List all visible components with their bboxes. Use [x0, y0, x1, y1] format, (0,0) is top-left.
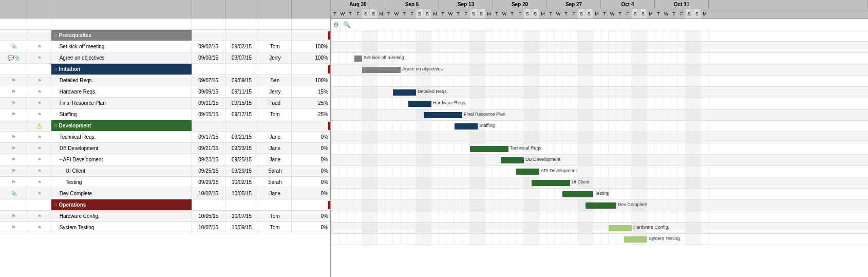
- expand-icon[interactable]: □: [54, 33, 57, 38]
- day-label: T: [493, 9, 501, 19]
- table-row: 📎 ⚑ Set kick-off meeting 09/02/15 09/02/…: [0, 41, 330, 52]
- day-label: F: [462, 9, 470, 19]
- flag-icon: ⚑: [11, 179, 16, 185]
- gantt-bar[interactable]: Hardware Reqs.: [408, 101, 431, 107]
- gantt-bar[interactable]: Detailed Reqs.: [393, 89, 416, 96]
- day-label: M: [701, 9, 709, 19]
- day-label: W: [339, 9, 347, 19]
- header-pct: [292, 0, 330, 18]
- cell-at-risk: ⚑: [28, 143, 51, 154]
- cell-icons: ⚑: [0, 75, 28, 86]
- flag-icon: ⚑: [11, 78, 16, 83]
- expand-icon[interactable]: □: [54, 202, 57, 207]
- day-label: S: [424, 9, 431, 19]
- gantt-bar[interactable]: API Development: [516, 169, 539, 175]
- cell-end-date: 09/15/15: [225, 98, 259, 108]
- cell-end: [225, 19, 259, 29]
- gantt-body: Set kick-off meetingAgree on objectivesD…: [331, 30, 868, 277]
- day-label: T: [547, 9, 555, 19]
- cell-icons: 📎: [0, 41, 28, 52]
- cell-pct: [292, 120, 330, 131]
- cell-pct-complete: 0%: [292, 211, 330, 221]
- gantt-row: API Development: [331, 166, 868, 177]
- bar-label: Technical Reqs.: [510, 145, 543, 151]
- cell-task-name: Detailed Reqs.: [51, 75, 192, 86]
- cell-task-name: Staffing: [51, 109, 192, 120]
- gantt-bar[interactable]: UI Client: [532, 180, 570, 186]
- gantt-bar[interactable]: System Testing: [624, 236, 647, 243]
- bar-label: Staffing: [479, 123, 495, 128]
- gantt-row: Final Resource Plan: [331, 109, 868, 121]
- header-assigned: [258, 0, 292, 18]
- expand-icon[interactable]: □: [54, 123, 57, 128]
- search-icon[interactable]: 🔍: [343, 21, 351, 28]
- cell-task-name: UI Client: [51, 165, 192, 176]
- flag-icon: ⚑: [11, 157, 16, 162]
- gantt-bar[interactable]: DB Development: [501, 157, 524, 163]
- cell-start: [192, 199, 225, 210]
- cell-start-date: 09/21/15: [192, 143, 225, 154]
- cell-assigned-to: Tom: [258, 41, 292, 52]
- day-label: W: [501, 9, 508, 19]
- gantt-row: Set kick-off meeting: [331, 53, 868, 64]
- gantt-bar[interactable]: Set kick-off meeting: [354, 56, 362, 62]
- bar-label: Detailed Reqs.: [418, 89, 448, 94]
- cell-at-risk: ⚑: [28, 98, 51, 108]
- header-end: [225, 0, 259, 18]
- cell-icons: [0, 19, 28, 29]
- cell-icons: ⚑: [0, 165, 28, 176]
- gantt-row: Testing: [331, 189, 868, 200]
- gantt-row: [331, 132, 868, 143]
- gantt-bar[interactable]: Technical Reqs.: [470, 146, 508, 152]
- gantt-row: [331, 30, 868, 42]
- day-label: W: [663, 9, 670, 19]
- cell-task-name: System Testing: [51, 222, 192, 233]
- bar-label: Hardware Config.: [633, 225, 669, 230]
- gantt-bar[interactable]: Final Resource Plan: [424, 112, 462, 118]
- day-label: T: [439, 9, 447, 19]
- gantt-header: Aug 30Sep 6Sep 13Sep 20Sep 27Oct 4Oct 11…: [331, 0, 868, 19]
- expand-icon[interactable]: □: [54, 67, 57, 71]
- cell-group-task: □ Operations: [51, 199, 192, 210]
- cell-pct-complete: 0%: [292, 132, 330, 142]
- week-label: Aug 30: [331, 0, 385, 9]
- day-label: T: [670, 9, 678, 19]
- gantt-bar[interactable]: Dev Complete: [586, 202, 616, 209]
- header-task: [51, 0, 192, 18]
- flag-small-icon: ⚑: [37, 214, 42, 219]
- cell-icons: 💬📎: [0, 52, 28, 63]
- cell-task-name: Testing: [51, 177, 192, 188]
- day-label: M: [539, 9, 547, 19]
- gantt-bar[interactable]: Hardware Config.: [609, 225, 632, 231]
- week-label: Sep 27: [547, 0, 601, 9]
- table-row: 📎 ⚑ Dev Complete 10/02/15 10/05/15 Jane …: [0, 188, 330, 199]
- cell-at-risk: [28, 64, 51, 75]
- cell-assigned-to: Tom: [258, 211, 292, 221]
- gantt-bar[interactable]: Agree on objectives: [362, 67, 401, 73]
- cell-at-risk: ⚑: [28, 211, 51, 221]
- gear-icon[interactable]: ⚙: [333, 21, 339, 28]
- cell-task-name: Set kick-off meeting: [51, 41, 192, 52]
- gantt-row: [331, 76, 868, 87]
- cell-pct-complete: 25%: [292, 98, 330, 108]
- cell-assigned-to: Tom: [258, 109, 292, 120]
- table-row: ⚑ ⚑ Final Resource Plan 09/11/15 09/15/1…: [0, 98, 330, 109]
- warn-icon: ⚠: [36, 122, 43, 130]
- week-label: Oct 4: [601, 0, 655, 9]
- cell-group-task: □ Development: [51, 120, 192, 131]
- cell-start-date: 09/02/15: [192, 41, 225, 52]
- cell-group-task: □ Prerequisites: [51, 30, 192, 41]
- gantt-bar[interactable]: Testing: [562, 191, 593, 197]
- week-label: Oct 11: [655, 0, 709, 9]
- gantt-bar[interactable]: Staffing: [455, 123, 478, 130]
- table-row: 💬📎 ⚑ Agree on objectives 09/03/15 09/07/…: [0, 52, 330, 64]
- cell-assigned-to: Sarah: [258, 177, 292, 188]
- cell-pct: [292, 30, 330, 41]
- table-row: ⚑ ⚑ Hardware Reqs. 09/09/15 09/11/15 Jer…: [0, 86, 330, 98]
- cell-start-date: 10/05/15: [192, 211, 225, 221]
- cell-assigned: [258, 120, 292, 131]
- sub-expand-icon[interactable]: −: [60, 157, 62, 162]
- header-icons: [0, 0, 28, 18]
- flag-small-icon: ⚑: [37, 180, 42, 185]
- flag-icon: ⚑: [11, 89, 16, 95]
